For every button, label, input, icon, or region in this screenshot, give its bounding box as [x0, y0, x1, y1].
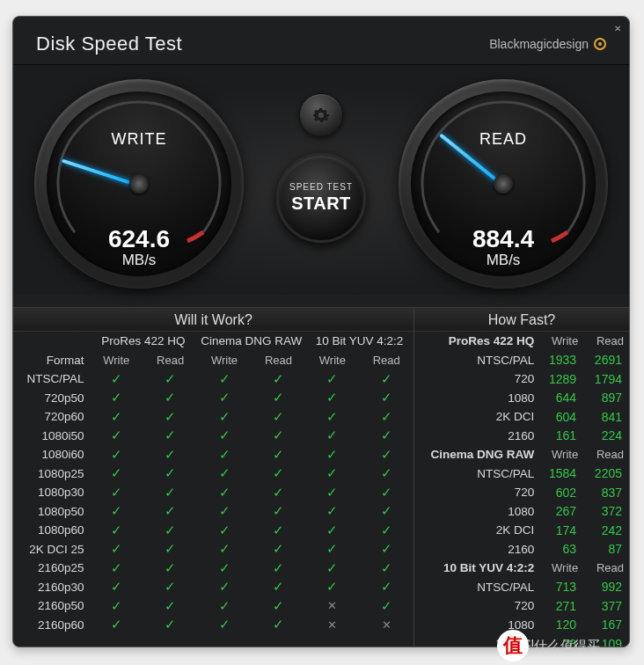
settings-button[interactable]: [299, 93, 343, 137]
check-icon: ✓: [143, 559, 197, 578]
format-label: NTSC/PAL: [414, 578, 538, 597]
check-icon: ✓: [90, 369, 143, 389]
check-icon: ✓: [197, 369, 251, 389]
column-header: Write: [538, 559, 583, 578]
check-icon: ✓: [360, 464, 413, 484]
check-icon: ✓: [197, 540, 251, 559]
read-gauge: READ 884.4 MB/s: [399, 79, 608, 289]
format-label: 2160p30: [13, 578, 90, 597]
format-label: NTSC/PAL: [414, 464, 538, 484]
table-row: 1080267372: [414, 502, 629, 522]
format-label: 2160: [414, 427, 538, 446]
write-gauge-label: WRITE: [47, 130, 231, 149]
check-icon: ✓: [252, 464, 305, 484]
start-button-label: START: [291, 194, 351, 214]
codec-header: 10 Bit YUV 4:2:2: [305, 332, 413, 351]
column-header: Write: [197, 351, 251, 370]
read-value: 2205: [583, 464, 629, 484]
check-icon: ✓: [90, 578, 143, 597]
codec-header: 10 Bit YUV 4:2:2: [414, 559, 538, 578]
column-header: Write: [538, 332, 583, 351]
check-icon: ✓: [360, 559, 413, 578]
check-icon: ✓: [305, 445, 359, 464]
check-icon: ✓: [252, 521, 305, 540]
format-label: 1080p25: [13, 464, 90, 484]
format-label: 1080i60: [13, 445, 90, 464]
check-icon: ✓: [252, 616, 305, 635]
column-header: Read: [360, 351, 413, 370]
read-value: 992: [583, 578, 629, 597]
check-icon: ✓: [360, 369, 413, 389]
table-row: NTSC/PAL15842205: [414, 464, 629, 484]
check-icon: ✓: [252, 407, 305, 427]
write-value: 602: [538, 483, 583, 502]
codec-header: ProRes 422 HQ: [414, 332, 538, 351]
check-icon: ✓: [90, 596, 143, 616]
check-icon: ✓: [305, 483, 359, 502]
read-value: 224: [583, 427, 629, 446]
check-icon: ✓: [197, 616, 251, 635]
check-icon: ✓: [305, 369, 359, 389]
write-value: 1289: [538, 369, 583, 389]
table-row: NTSC/PAL✓✓✓✓✓✓: [13, 369, 413, 389]
table-row: 1080i60✓✓✓✓✓✓: [13, 445, 413, 464]
table-row: 720271377: [414, 596, 629, 616]
column-header: Write: [305, 351, 359, 370]
check-icon: ✓: [305, 540, 359, 559]
check-icon: ✓: [143, 464, 197, 484]
table-row: 1080p60✓✓✓✓✓✓: [13, 521, 413, 540]
format-label: 720: [414, 596, 538, 616]
cross-icon: ✕: [360, 616, 413, 635]
cross-icon: ✕: [305, 616, 359, 635]
codec-header: Cinema DNG RAW: [414, 445, 538, 464]
column-header: Read: [252, 351, 305, 370]
table-row: 1080i50✓✓✓✓✓✓: [13, 427, 413, 446]
check-icon: ✓: [360, 427, 413, 446]
check-icon: ✓: [90, 521, 143, 540]
check-icon: ✓: [197, 521, 251, 540]
format-label: 2K DCI: [414, 407, 538, 427]
write-value: 174: [538, 521, 583, 540]
table-row: 2160161224: [414, 427, 629, 446]
check-icon: ✓: [360, 483, 413, 502]
write-value: 1933: [538, 351, 583, 370]
check-icon: ✓: [197, 502, 251, 522]
format-label: 2160p50: [13, 596, 90, 616]
check-icon: ✓: [360, 502, 413, 522]
check-icon: ✓: [197, 596, 251, 616]
will-it-work-panel: Will it Work? ProRes 422 HQCinema DNG RA…: [13, 308, 414, 647]
write-speed-unit: MB/s: [47, 252, 231, 269]
check-icon: ✓: [90, 445, 143, 464]
how-fast-table: ProRes 422 HQWriteReadNTSC/PAL1933269172…: [414, 332, 629, 647]
format-label: 1080p50: [13, 502, 90, 522]
format-label: 2K DCI: [414, 521, 538, 540]
table-row: 2160p50✓✓✓✓✕✓: [13, 596, 413, 616]
write-value: 644: [538, 389, 583, 408]
check-icon: ✓: [360, 389, 413, 408]
check-icon: ✓: [252, 596, 305, 616]
check-icon: ✓: [143, 502, 197, 522]
check-icon: ✓: [143, 483, 197, 502]
table-row: 720p50✓✓✓✓✓✓: [13, 389, 413, 408]
cross-icon: ✕: [305, 596, 359, 616]
check-icon: ✓: [143, 389, 197, 408]
check-icon: ✓: [90, 427, 143, 446]
format-label: 720: [414, 369, 538, 389]
check-icon: ✓: [90, 389, 143, 408]
close-icon[interactable]: ✕: [611, 22, 624, 34]
table-row: NTSC/PAL19332691: [414, 351, 629, 370]
format-label: 1080p30: [13, 483, 90, 502]
column-header: Read: [583, 445, 629, 464]
format-label: 1080p60: [13, 521, 90, 540]
read-gauge-label: READ: [411, 130, 596, 149]
format-label: 720p50: [13, 389, 90, 408]
read-value: 372: [583, 502, 629, 522]
check-icon: ✓: [252, 427, 305, 446]
write-value: 604: [538, 407, 583, 427]
read-value: 1794: [583, 369, 629, 389]
table-row: 72012891794: [414, 369, 629, 389]
start-button[interactable]: SPEED TEST START: [276, 153, 366, 243]
header: Disk Speed Test Blackmagicdesign: [13, 17, 629, 64]
column-header: Read: [583, 559, 629, 578]
format-label: 2K DCI 25: [13, 540, 90, 559]
